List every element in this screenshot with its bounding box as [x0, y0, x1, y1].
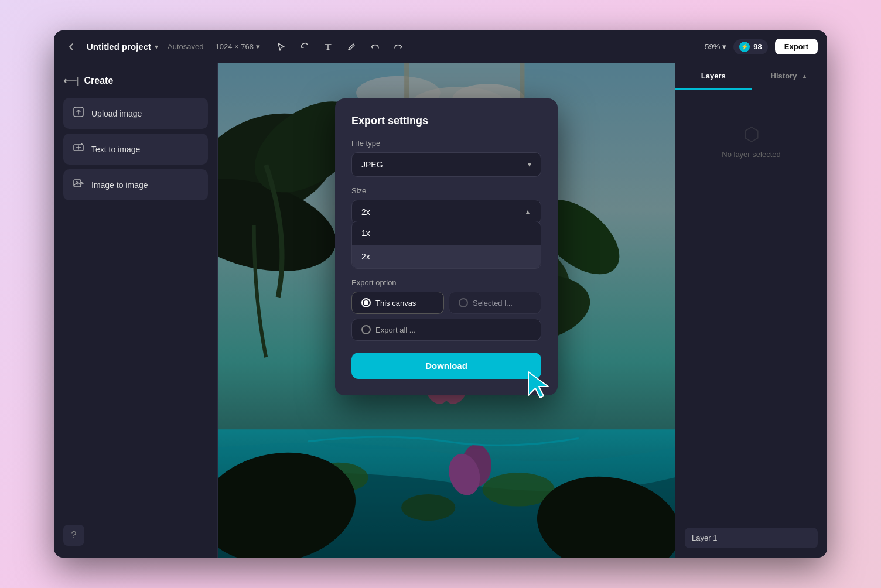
export-all-radio — [361, 325, 371, 334]
download-button[interactable]: Download — [351, 353, 541, 379]
project-dropdown-icon: ▾ — [155, 43, 158, 51]
sidebar: ⟵| Create Upload image — [54, 63, 218, 558]
image-to-image-icon — [73, 177, 84, 192]
header: Untitled project ▾ Autosaved 1024 × 768 … — [54, 30, 827, 63]
text-tool[interactable] — [321, 40, 335, 54]
this-canvas-option[interactable]: This canvas — [351, 292, 444, 314]
sidebar-item-text-to-image-label: Text to image — [91, 145, 140, 154]
modal-title: Export settings — [351, 115, 541, 127]
sidebar-back-icon: ⟵| — [63, 75, 79, 86]
size-value: 2x — [361, 207, 370, 217]
modal-overlay: Export settings File type JPEG ▾ Size 2x… — [218, 63, 675, 558]
zoom-control[interactable]: 59% ▾ — [705, 42, 726, 51]
export-all-label: Export all ... — [375, 326, 416, 334]
selected-radio — [459, 298, 468, 307]
main-area: ⟵| Create Upload image — [54, 63, 827, 558]
panel-content: ⬡ No layer selected Layer 1 — [675, 90, 827, 558]
file-type-chevron: ▾ — [528, 160, 531, 169]
rotate-tool[interactable] — [298, 40, 312, 54]
export-option-row-1: This canvas Selected l... — [351, 292, 541, 314]
download-area: Download — [351, 353, 541, 379]
sidebar-title: Create — [84, 76, 113, 86]
zoom-value: 59% — [705, 42, 720, 51]
credits-icon: ⚡ — [739, 42, 750, 52]
export-modal: Export settings File type JPEG ▾ Size 2x… — [335, 98, 558, 395]
text-to-image-icon — [73, 142, 84, 156]
this-canvas-label: This canvas — [375, 299, 416, 307]
credits-count: 98 — [753, 42, 762, 51]
undo-tool[interactable] — [368, 40, 382, 54]
project-title: Untitled project — [87, 42, 151, 52]
svg-point-3 — [76, 182, 78, 183]
sidebar-header: ⟵| Create — [63, 75, 208, 86]
sidebar-item-upload-label: Upload image — [91, 109, 142, 118]
help-button[interactable]: ? — [63, 525, 84, 546]
tab-history[interactable]: History ▲ — [752, 63, 828, 90]
credits-badge: ⚡ 98 — [733, 39, 767, 54]
canvas-size-value: 1024 × 768 — [215, 42, 253, 51]
file-type-value: JPEG — [361, 160, 383, 169]
redo-tool[interactable] — [391, 40, 405, 54]
select-tool[interactable] — [274, 40, 288, 54]
pen-tool[interactable] — [344, 40, 358, 54]
right-panel: Layers History ▲ ⬡ No layer selected Lay… — [675, 63, 827, 558]
size-chevron: ▲ — [524, 208, 531, 216]
cursor-arrow — [524, 367, 559, 402]
size-label: Size — [351, 186, 541, 195]
layer-item-1[interactable]: Layer 1 — [685, 528, 818, 548]
tab-layers[interactable]: Layers — [675, 63, 752, 90]
panel-tabs: Layers History ▲ — [675, 63, 827, 90]
autosaved-label: Autosaved — [168, 42, 203, 51]
back-button[interactable] — [63, 39, 80, 55]
export-all-button[interactable]: Export all ... — [351, 319, 541, 341]
sidebar-item-upload[interactable]: Upload image — [63, 98, 208, 129]
sidebar-item-image-to-image[interactable]: Image to image — [63, 169, 208, 200]
canvas-area[interactable]: Export settings File type JPEG ▾ Size 2x… — [218, 63, 675, 558]
size-dropdown: 1x 2x — [351, 221, 541, 269]
no-layer-text: ⬡ No layer selected — [685, 123, 818, 159]
zoom-chevron: ▾ — [722, 42, 726, 51]
sidebar-item-image-to-image-label: Image to image — [91, 180, 148, 190]
sidebar-item-text-to-image[interactable]: Text to image — [63, 134, 208, 165]
app-window: Untitled project ▾ Autosaved 1024 × 768 … — [54, 30, 827, 558]
help-icon: ? — [71, 530, 77, 541]
size-option-1x[interactable]: 1x — [352, 221, 541, 245]
export-option-label: Export option — [351, 278, 541, 287]
upload-icon — [73, 106, 84, 121]
canvas-size[interactable]: 1024 × 768 ▾ — [215, 42, 259, 51]
selected-option: Selected l... — [449, 292, 541, 314]
canvas-size-chevron: ▾ — [256, 42, 260, 51]
file-type-select[interactable]: JPEG ▾ — [351, 152, 541, 177]
svg-rect-2 — [74, 180, 81, 187]
file-type-label: File type — [351, 139, 541, 148]
size-option-2x[interactable]: 2x — [352, 245, 541, 268]
selected-label: Selected l... — [473, 299, 513, 307]
this-canvas-radio — [361, 298, 371, 307]
header-tools — [274, 40, 405, 54]
export-options: This canvas Selected l... Export all ... — [351, 292, 541, 341]
history-chevron: ▲ — [801, 73, 808, 80]
project-title-area[interactable]: Untitled project ▾ — [87, 42, 158, 52]
export-button[interactable]: Export — [775, 39, 818, 54]
